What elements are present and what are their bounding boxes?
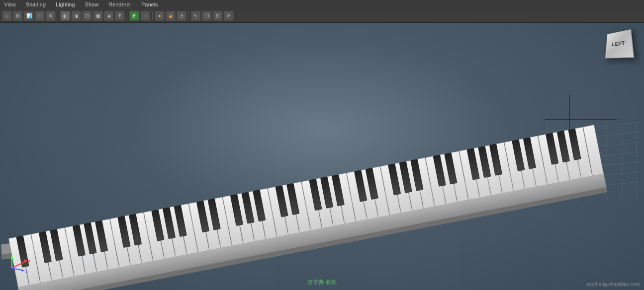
toolbar-share[interactable]: ⟳ (224, 11, 234, 21)
toolbar-shading2[interactable]: ◑ (71, 11, 81, 21)
toolbar-wireframe[interactable]: ⊡ (82, 11, 92, 21)
toolbar-light2[interactable]: ◔ (177, 11, 186, 21)
svg-marker-112 (10, 256, 13, 259)
toolbar-duplicate[interactable]: ❐ (202, 11, 212, 21)
toolbar-shading1[interactable]: ◐ (60, 11, 70, 21)
separator-4 (188, 11, 189, 20)
toolbar-light1[interactable]: ◕ (166, 11, 176, 21)
separator-3 (152, 11, 153, 20)
menu-lighting[interactable]: Lighting (54, 1, 77, 7)
toolbar-toggle-snap[interactable]: ◩ (129, 11, 139, 21)
menu-view[interactable]: View (2, 1, 18, 7)
svg-text:Z: Z (25, 270, 28, 273)
menubar: View Shading Lighting Show Renderer Pane… (0, 0, 644, 9)
menu-renderer[interactable]: Renderer (106, 1, 133, 7)
menu-panels[interactable]: Panels (139, 1, 160, 7)
toolbar-text[interactable]: T (115, 11, 125, 21)
svg-text:Y: Y (10, 251, 13, 255)
piano-scene-svg (0, 23, 644, 290)
toolbar-snap-options[interactable]: ◦ (140, 11, 150, 21)
separator-2 (127, 11, 127, 20)
toolbar-settings[interactable]: ⚙ (46, 11, 56, 21)
toolbar-cursor[interactable]: ↖ (191, 11, 201, 21)
svg-text:X: X (28, 259, 31, 263)
toolbar-resolution[interactable]: ⊟ (213, 11, 223, 21)
separator-1 (58, 11, 58, 20)
viewcube[interactable]: LEFT (604, 30, 635, 61)
watermark-center: 查字典·教程 (307, 279, 336, 286)
viewport[interactable]: // This will be handled outside SVG (0, 23, 644, 290)
toolbar-select[interactable]: ⊹ (2, 11, 12, 21)
watermark: jiaocheng.chazidian.com (585, 282, 640, 287)
menu-show[interactable]: Show (83, 1, 101, 7)
toolbar-bump[interactable]: ◈ (104, 11, 114, 21)
toolbar-texture[interactable]: ▩ (93, 11, 103, 21)
toolbar-box[interactable]: □ (35, 11, 45, 21)
axis-indicator: X Y Z (7, 248, 34, 275)
viewcube-face[interactable]: LEFT (605, 29, 635, 59)
watermark-site: jiaocheng.chazidian.com (585, 282, 640, 287)
toolbar-graph[interactable]: 📊 (24, 11, 34, 21)
toolbar-grid[interactable]: ⊞ (13, 11, 23, 21)
toolbar: ⊹ ⊞ 📊 □ ⚙ ◐ ◑ ⊡ ▩ ◈ T ◩ ◦ ● ◕ ◔ ↖ ❐ ⊟ ⟳ (0, 9, 644, 23)
menu-shading[interactable]: Shading (24, 1, 48, 7)
toolbar-sphere[interactable]: ● (155, 11, 165, 21)
